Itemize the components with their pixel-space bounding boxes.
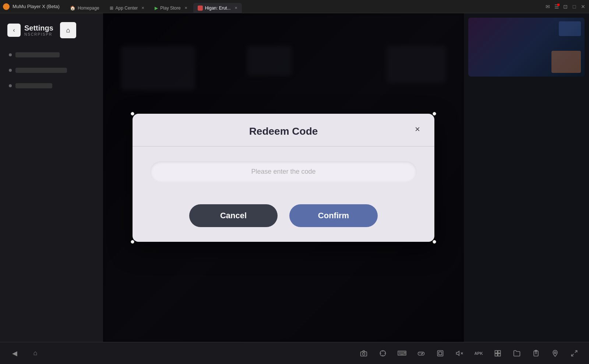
- settings-title: Settings: [24, 24, 53, 32]
- right-panel-image: [468, 18, 585, 77]
- svg-marker-10: [456, 351, 459, 356]
- settings-header: ‹ Settings NSCRPISPR ⌂: [4, 19, 99, 41]
- sidebar-dot-1: [9, 53, 12, 56]
- sidebar-item-2[interactable]: [4, 64, 99, 77]
- clipboard-icon[interactable]: [530, 347, 542, 359]
- tab-appcenter[interactable]: ⊞ App Center ✕: [105, 3, 149, 13]
- maximize-button[interactable]: □: [571, 4, 577, 10]
- titlebar: MuMu Player X (Beta) 🏠 Homepage ⊞ App Ce…: [0, 0, 589, 13]
- dialog-close-button[interactable]: ×: [411, 123, 424, 136]
- sidebar-item-3[interactable]: [4, 79, 99, 92]
- svg-line-23: [572, 354, 574, 356]
- redeem-code-dialog: × Redeem Code Cancel Confirm: [133, 114, 434, 242]
- tab-appcenter-close[interactable]: ✕: [141, 6, 144, 10]
- home-nav-icon[interactable]: ⌂: [29, 347, 41, 359]
- sidebar-dot-3: [9, 84, 12, 87]
- expand-icon[interactable]: [568, 347, 580, 359]
- tab-playstore[interactable]: ▶ Play Store ✕: [150, 3, 191, 13]
- higan-tab-icon: [198, 6, 203, 11]
- home-button[interactable]: ⌂: [60, 22, 76, 38]
- playstore-tab-icon: ▶: [155, 6, 158, 11]
- svg-point-7: [422, 353, 422, 354]
- back-button[interactable]: ‹: [7, 24, 21, 37]
- code-input[interactable]: [150, 161, 417, 182]
- svg-point-1: [363, 353, 365, 355]
- sidebar-item-1[interactable]: [4, 49, 99, 61]
- panel-img-detail: [551, 51, 581, 73]
- toolbar-right: ⌨ APK: [358, 347, 580, 359]
- tab-homepage-label: Homepage: [78, 6, 99, 11]
- settings-subtitle: NSCRPISPR: [24, 32, 53, 36]
- resize-handle-br[interactable]: [433, 240, 436, 244]
- sidebar: ‹ Settings NSCRPISPR ⌂: [0, 13, 103, 342]
- svg-point-21: [554, 351, 556, 353]
- restore-button[interactable]: ⊡: [562, 4, 568, 10]
- dialog-title: Redeem Code: [150, 126, 417, 137]
- content-area: × Redeem Code Cancel Confirm: [103, 13, 464, 342]
- svg-rect-3: [418, 352, 424, 355]
- close-button[interactable]: ✕: [580, 4, 586, 10]
- dialog-divider: [133, 146, 434, 146]
- back-nav-icon[interactable]: ◀: [9, 347, 21, 359]
- tab-higan-label: Higan: Erut...: [205, 6, 231, 11]
- app-icon: [3, 3, 10, 10]
- svg-rect-14: [498, 350, 501, 353]
- apk-icon[interactable]: APK: [473, 347, 484, 359]
- home-tab-icon: 🏠: [70, 6, 75, 11]
- tab-homepage[interactable]: 🏠 Homepage: [66, 3, 104, 13]
- main-area: ‹ Settings NSCRPISPR ⌂: [0, 13, 589, 342]
- minimize-button[interactable]: ✉: [545, 4, 551, 10]
- svg-rect-16: [498, 353, 501, 356]
- layout-icon[interactable]: [492, 347, 504, 359]
- svg-rect-13: [495, 350, 498, 353]
- right-panel: [464, 13, 589, 342]
- notification-button[interactable]: ☰: [554, 4, 560, 10]
- folder-icon[interactable]: [511, 347, 523, 359]
- back-icon: ‹: [13, 27, 15, 33]
- app-title: MuMu Player X (Beta): [13, 4, 60, 9]
- tab-playstore-label: Play Store: [160, 6, 180, 11]
- tab-playstore-close[interactable]: ✕: [184, 6, 187, 10]
- resize-handle-tr[interactable]: [433, 112, 436, 116]
- resize-handle-tl[interactable]: [131, 112, 134, 116]
- keyboard-icon[interactable]: ⌨: [396, 347, 408, 359]
- tab-higan[interactable]: Higan: Erut... ✕: [193, 3, 242, 13]
- notification-badge: [557, 4, 560, 6]
- panel-img-detail-2: [559, 21, 581, 36]
- appcenter-tab-icon: ⊞: [110, 6, 113, 11]
- sidebar-text-2: [15, 68, 67, 73]
- dialog-buttons: Cancel Confirm: [150, 204, 417, 227]
- home-icon: ⌂: [66, 26, 70, 34]
- tab-higan-close[interactable]: ✕: [234, 6, 237, 10]
- sidebar-dot-2: [9, 69, 12, 72]
- camera-icon[interactable]: [358, 347, 370, 359]
- resize-handle-bl[interactable]: [131, 240, 134, 244]
- settings-title-block: Settings NSCRPISPR: [24, 24, 53, 36]
- svg-line-22: [575, 350, 577, 353]
- volume-icon[interactable]: [454, 347, 465, 359]
- cancel-button[interactable]: Cancel: [189, 204, 278, 227]
- titlebar-controls: ✉ ☰ ⊡ □ ✕: [545, 4, 586, 10]
- modal-overlay: × Redeem Code Cancel Confirm: [103, 13, 464, 342]
- svg-rect-9: [439, 351, 442, 354]
- bottom-toolbar: ◀ ⌂ ⌨ APK: [0, 342, 589, 364]
- toolbar-left: ◀ ⌂: [9, 347, 41, 359]
- svg-rect-15: [495, 353, 498, 356]
- tab-appcenter-label: App Center: [116, 6, 138, 11]
- confirm-button[interactable]: Confirm: [289, 204, 378, 227]
- svg-rect-8: [438, 350, 443, 356]
- gamepad-icon[interactable]: [415, 347, 427, 359]
- sidebar-text-3: [15, 83, 52, 88]
- location-icon[interactable]: [549, 347, 561, 359]
- screenshot-icon[interactable]: [434, 347, 446, 359]
- sidebar-text-1: [15, 52, 60, 57]
- close-icon: ×: [415, 124, 420, 134]
- rotate-icon[interactable]: [377, 347, 389, 359]
